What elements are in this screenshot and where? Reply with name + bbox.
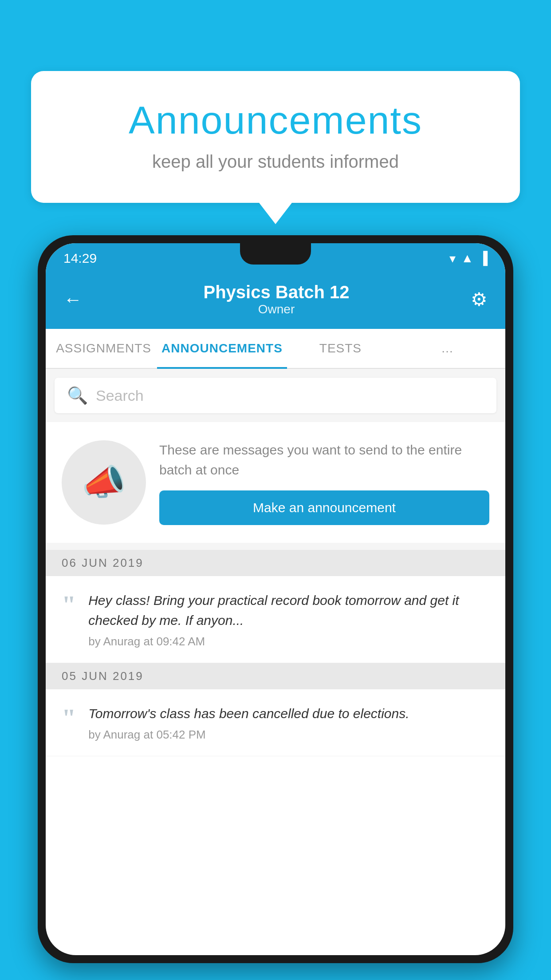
tab-assignments[interactable]: ASSIGNMENTS	[50, 329, 157, 368]
wifi-icon: ▾	[449, 251, 456, 266]
phone-mockup: 14:29 ▾ ▲ ▐ ← Physics Batch 12 Owner ⚙ A…	[38, 235, 513, 980]
announcement-item-1[interactable]: " Hey class! Bring your practical record…	[46, 576, 505, 663]
announcement-text-2: Tomorrow's class has been cancelled due …	[88, 703, 489, 723]
tab-announcements[interactable]: ANNOUNCEMENTS	[157, 329, 287, 368]
signal-icon: ▲	[461, 251, 473, 265]
status-bar: 14:29 ▾ ▲ ▐	[46, 243, 505, 273]
tabs-container: ASSIGNMENTS ANNOUNCEMENTS TESTS …	[46, 329, 505, 369]
status-time: 14:29	[63, 251, 97, 266]
app-header: ← Physics Batch 12 Owner ⚙	[46, 273, 505, 329]
search-icon: 🔍	[67, 386, 88, 405]
speech-bubble-container: Announcements keep all your students inf…	[31, 71, 520, 203]
bubble-subtitle: keep all your students informed	[67, 152, 484, 172]
content-area: 🔍 Search 📣 These are messages you want t…	[46, 369, 505, 756]
megaphone-icon: 📣	[82, 462, 126, 503]
notch	[240, 243, 311, 265]
phone-inner: 14:29 ▾ ▲ ▐ ← Physics Batch 12 Owner ⚙ A…	[46, 243, 505, 955]
status-icons: ▾ ▲ ▐	[449, 251, 488, 266]
announcement-meta-2: by Anurag at 05:42 PM	[88, 728, 489, 742]
make-announcement-button[interactable]: Make an announcement	[159, 490, 489, 525]
back-button[interactable]: ←	[63, 289, 82, 310]
quote-icon-1: "	[62, 592, 76, 618]
announcement-content-1: Hey class! Bring your practical record b…	[88, 590, 489, 648]
date-separator-2: 05 JUN 2019	[46, 663, 505, 689]
speech-bubble: Announcements keep all your students inf…	[31, 71, 520, 203]
header-center: Physics Batch 12 Owner	[203, 282, 349, 316]
promo-description: These are messages you want to send to t…	[159, 440, 489, 480]
bubble-title: Announcements	[67, 98, 484, 143]
quote-icon-2: "	[62, 705, 76, 731]
search-placeholder: Search	[96, 387, 144, 404]
announcement-meta-1: by Anurag at 09:42 AM	[88, 635, 489, 648]
settings-button[interactable]: ⚙	[471, 288, 488, 310]
header-title: Physics Batch 12	[203, 282, 349, 302]
announcement-text-1: Hey class! Bring your practical record b…	[88, 590, 489, 630]
tab-more[interactable]: …	[394, 329, 501, 368]
date-separator-1: 06 JUN 2019	[46, 550, 505, 576]
announcement-content-2: Tomorrow's class has been cancelled due …	[88, 703, 489, 742]
promo-card: 📣 These are messages you want to send to…	[46, 422, 505, 543]
battery-icon: ▐	[479, 251, 488, 265]
announcement-item-2[interactable]: " Tomorrow's class has been cancelled du…	[46, 689, 505, 756]
header-subtitle: Owner	[203, 302, 349, 316]
tab-tests[interactable]: TESTS	[287, 329, 394, 368]
phone-outer: 14:29 ▾ ▲ ▐ ← Physics Batch 12 Owner ⚙ A…	[38, 235, 513, 963]
promo-content: These are messages you want to send to t…	[159, 440, 489, 525]
promo-icon-circle: 📣	[62, 440, 146, 525]
search-bar[interactable]: 🔍 Search	[55, 378, 496, 413]
